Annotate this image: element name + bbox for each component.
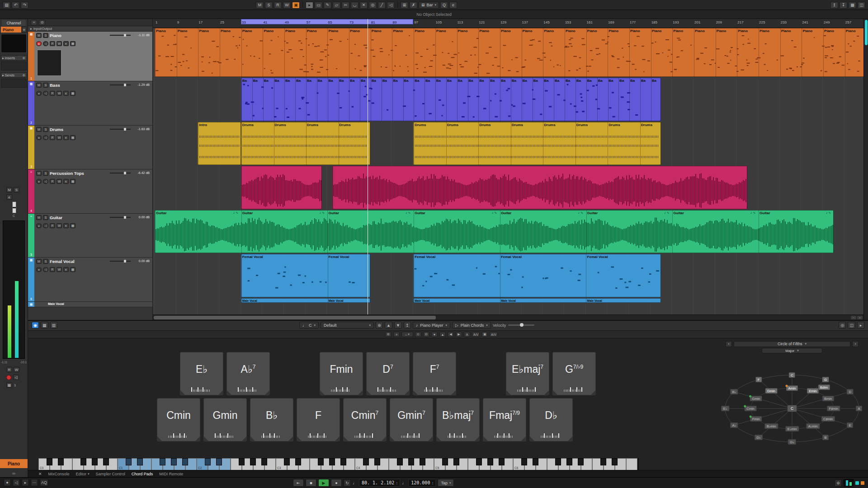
tab-mixconsole[interactable]: MixConsole	[48, 472, 70, 476]
split-tool[interactable]: ✂	[342, 2, 349, 9]
record-enable-button[interactable]	[6, 375, 11, 380]
track-write-button[interactable]: W	[57, 267, 62, 272]
channel-solo-button[interactable]: S	[14, 187, 19, 192]
track-volume-slider[interactable]	[110, 261, 131, 262]
track-freeze-icon[interactable]: ▦	[70, 91, 75, 96]
cof-chip-Db[interactable]: D♭	[755, 435, 763, 441]
track-volume-slider[interactable]	[110, 217, 131, 218]
cof-next-button[interactable]: ›	[852, 341, 859, 347]
add-send-icon[interactable]: ⊕	[23, 73, 25, 77]
tempo-display[interactable]: 120.000 ▴▾	[408, 479, 436, 487]
more-options-icon[interactable]: ⋯	[31, 479, 38, 486]
adaptive-voicing-reference-button[interactable]: A/V	[472, 332, 480, 337]
piano-key-black[interactable]	[363, 458, 369, 465]
piano-key-black[interactable]	[239, 458, 245, 465]
undo-button[interactable]: ↶	[12, 2, 19, 9]
track-volume-slider[interactable]	[110, 35, 131, 36]
piano-key-black[interactable]	[340, 458, 346, 465]
track-header-femal-vocal[interactable]: ▦6MSFemal Vocal0.00 dB●◁RWe▦	[28, 258, 152, 302]
cof-chip-A[interactable]: A	[855, 406, 862, 412]
sends-section[interactable]: ▸ Sends ⊕	[1, 72, 27, 78]
piano-key-black[interactable]	[533, 458, 538, 465]
zoom-panel-icon[interactable]: ◎	[839, 322, 846, 328]
vertical-scrollbar[interactable]	[863, 19, 868, 320]
chord-pad[interactable]: E♭maj7	[506, 352, 549, 395]
chord-pad[interactable]: A♭7	[226, 352, 270, 395]
expand-panel-icon[interactable]: ▸	[857, 322, 864, 328]
move-down-icon[interactable]: ▼	[431, 332, 438, 337]
output-routing-icon[interactable]: ▦	[6, 382, 12, 388]
list-layout-icon[interactable]: ≡	[393, 332, 400, 337]
piano-key-black[interactable]	[250, 458, 256, 465]
velocity-slider[interactable]	[508, 324, 534, 326]
zoom-tool[interactable]: ◎	[369, 2, 377, 9]
monitor-button[interactable]: ◁	[13, 375, 19, 380]
mute-tool[interactable]: ✕	[360, 2, 368, 9]
clip[interactable]: Male VocalMale VocalMale Vocal	[413, 298, 661, 303]
track-mute-button[interactable]: M	[36, 171, 42, 176]
glue-tool[interactable]: ◡	[351, 2, 359, 9]
piano-key-black[interactable]	[295, 458, 301, 465]
hscroll-handle[interactable]	[154, 316, 436, 319]
track-solo-button[interactable]: S	[43, 127, 48, 132]
tab-chord-pads[interactable]: Chord Pads	[132, 472, 153, 476]
track-solo-button[interactable]: S	[43, 33, 48, 38]
track-monitor-button[interactable]: ◁	[43, 91, 48, 96]
track-header-bass[interactable]: ▦2MSBass-1.29 dB●◁RWe▦	[28, 81, 152, 126]
adaptive-voicing-all-button[interactable]: A/V	[490, 332, 497, 337]
track-volume-slider[interactable]	[110, 173, 131, 174]
piano-key-black[interactable]	[374, 458, 380, 465]
track-header-male-vocal[interactable]: ▦7Male Vocal	[28, 302, 152, 307]
cof-chip-Gmin[interactable]: Gmin	[750, 395, 762, 401]
chord-pad[interactable]: D♭	[529, 398, 573, 441]
clip[interactable]: Femal VocalFemal VocalFemal Vocal	[413, 254, 661, 297]
chord-pads-power-button[interactable]: ◉	[32, 322, 39, 328]
chord-pad[interactable]: Cmin7	[343, 398, 387, 441]
chord-pad[interactable]: Fmin	[320, 352, 363, 395]
track-edit-button[interactable]: e	[63, 135, 69, 140]
piano-key-black[interactable]	[284, 458, 290, 465]
track-freeze-icon[interactable]: ▦	[70, 223, 75, 228]
tap-tempo-button[interactable]: Tap ▾	[438, 479, 454, 487]
io-channels-row[interactable]: ▸ Input/Output	[28, 26, 152, 32]
piano-key-black[interactable]	[103, 458, 109, 465]
cof-chip-Csmin[interactable]: C♯min	[821, 416, 835, 422]
cof-chip-E[interactable]: E	[847, 422, 854, 428]
track-header-piano[interactable]: ▦1MSPiano-1.11 dB●◁RWe▦	[28, 32, 152, 81]
cof-chip-Eb[interactable]: E♭	[721, 406, 730, 412]
piano-key-black[interactable]	[137, 458, 143, 465]
zoom-out-button[interactable]: −	[851, 316, 856, 319]
track-record-button[interactable]: ●	[36, 179, 42, 184]
clip[interactable]: DrumsDrumsDrumsDrumsDrumsDrumsDrumsDrums	[413, 122, 661, 165]
edit-channel-button[interactable]: e	[449, 2, 457, 9]
return-to-start-button[interactable]: ⇤	[293, 479, 304, 487]
tab-editor[interactable]: Editor▾	[76, 472, 90, 476]
root-key-dropdown[interactable]: ♩ C ▾	[299, 322, 319, 328]
cof-chip-Emin[interactable]: Emin	[807, 388, 819, 394]
close-lower-zone-button[interactable]: ✕	[38, 472, 42, 476]
write-all-button[interactable]: W	[283, 2, 291, 9]
track-mute-button[interactable]: M	[36, 127, 42, 132]
piano-key-black[interactable]	[397, 458, 403, 465]
scrub-tool[interactable]: ◁	[387, 2, 395, 9]
track-write-button[interactable]: W	[57, 179, 62, 184]
cof-scale-dropdown[interactable]: Major ▾	[762, 348, 822, 353]
chord-pad[interactable]: G7/♭9	[552, 352, 596, 395]
horizontal-scrollbar[interactable]: − +	[153, 314, 863, 320]
piano-key-black[interactable]	[92, 458, 98, 465]
transpose-up-button[interactable]: ▲	[385, 322, 392, 328]
piano-key-black[interactable]	[420, 458, 425, 465]
position-display[interactable]: 80. 1. 2.102 ▴▾	[359, 479, 400, 487]
track-write-button[interactable]: W	[57, 223, 62, 228]
piano-key-black[interactable]	[442, 458, 448, 465]
track-mute-button[interactable]: M	[36, 259, 42, 264]
track-header-drums[interactable]: ▦3MSDrums-1.63 dB●◁RWe▦	[28, 126, 152, 169]
track-volume-slider[interactable]	[110, 129, 131, 130]
read-automation-button[interactable]: R	[6, 367, 12, 372]
cof-prev-button[interactable]: ‹	[726, 341, 732, 347]
track-read-button[interactable]: R	[50, 267, 55, 272]
track-header-guitar[interactable]: ≈5MSGuitar0.00 dB●◁RWe▦	[28, 214, 152, 258]
track-read-button[interactable]: R	[50, 223, 55, 228]
add-track-button[interactable]: +	[31, 20, 37, 25]
track-monitor-button[interactable]: ◁	[43, 267, 48, 272]
